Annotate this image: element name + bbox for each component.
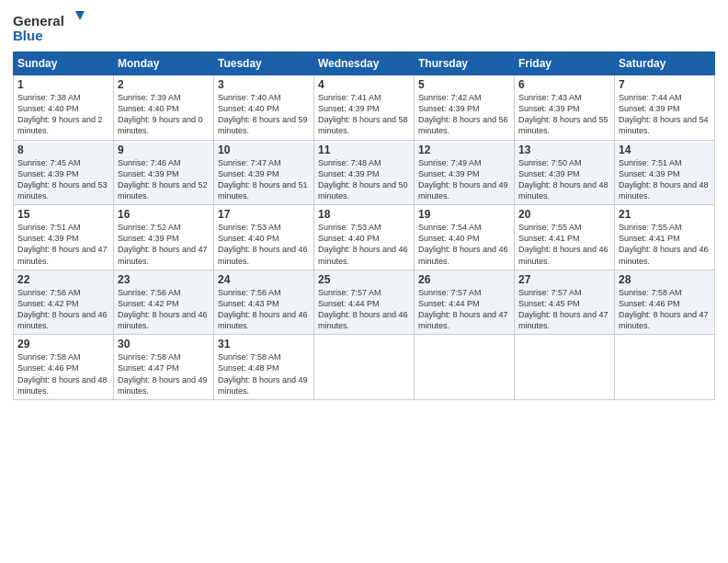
calendar-cell: 25Sunrise: 7:57 AMSunset: 4:44 PMDayligh… — [314, 270, 415, 335]
svg-text:Blue: Blue — [13, 28, 43, 43]
calendar-cell: 24Sunrise: 7:56 AMSunset: 4:43 PMDayligh… — [214, 270, 314, 335]
day-info: Sunrise: 7:58 AMSunset: 4:46 PMDaylight:… — [17, 351, 109, 396]
day-number: 16 — [118, 208, 210, 221]
day-info: Sunrise: 7:58 AMSunset: 4:46 PMDaylight:… — [619, 287, 711, 332]
day-info: Sunrise: 7:53 AMSunset: 4:40 PMDaylight:… — [318, 222, 410, 267]
logo: General Blue — [13, 9, 86, 46]
day-info: Sunrise: 7:49 AMSunset: 4:39 PMDaylight:… — [418, 157, 510, 202]
day-info: Sunrise: 7:51 AMSunset: 4:39 PMDaylight:… — [17, 222, 109, 267]
calendar-week-3: 15Sunrise: 7:51 AMSunset: 4:39 PMDayligh… — [14, 205, 715, 270]
day-number: 5 — [418, 78, 510, 91]
calendar-cell: 27Sunrise: 7:57 AMSunset: 4:45 PMDayligh… — [515, 270, 615, 335]
calendar-cell: 1Sunrise: 7:38 AMSunset: 4:40 PMDaylight… — [14, 75, 114, 141]
day-number: 25 — [318, 273, 410, 286]
day-number: 4 — [318, 78, 410, 91]
calendar-cell: 10Sunrise: 7:47 AMSunset: 4:39 PMDayligh… — [214, 140, 314, 205]
calendar-cell: 5Sunrise: 7:42 AMSunset: 4:39 PMDaylight… — [415, 75, 515, 141]
weekday-header-saturday: Saturday — [615, 52, 715, 75]
day-info: Sunrise: 7:51 AMSunset: 4:39 PMDaylight:… — [619, 157, 711, 202]
day-number: 11 — [318, 144, 410, 156]
calendar-cell — [615, 335, 715, 400]
calendar-cell: 28Sunrise: 7:58 AMSunset: 4:46 PMDayligh… — [615, 270, 715, 335]
calendar-week-4: 22Sunrise: 7:56 AMSunset: 4:42 PMDayligh… — [14, 270, 715, 335]
header: General Blue — [13, 9, 715, 46]
day-info: Sunrise: 7:57 AMSunset: 4:45 PMDaylight:… — [518, 287, 610, 332]
calendar-cell: 7Sunrise: 7:44 AMSunset: 4:39 PMDaylight… — [615, 75, 715, 141]
day-number: 3 — [218, 78, 310, 91]
day-info: Sunrise: 7:58 AMSunset: 4:48 PMDaylight:… — [218, 351, 310, 396]
day-number: 17 — [218, 208, 310, 221]
weekday-header-sunday: Sunday — [14, 52, 114, 75]
calendar-cell: 11Sunrise: 7:48 AMSunset: 4:39 PMDayligh… — [314, 140, 415, 205]
calendar-cell: 20Sunrise: 7:55 AMSunset: 4:41 PMDayligh… — [515, 205, 615, 270]
calendar-header: SundayMondayTuesdayWednesdayThursdayFrid… — [14, 52, 715, 75]
calendar-cell: 4Sunrise: 7:41 AMSunset: 4:39 PMDaylight… — [314, 75, 415, 141]
day-info: Sunrise: 7:52 AMSunset: 4:39 PMDaylight:… — [118, 222, 210, 267]
day-info: Sunrise: 7:56 AMSunset: 4:42 PMDaylight:… — [17, 287, 109, 332]
calendar-cell: 30Sunrise: 7:58 AMSunset: 4:47 PMDayligh… — [114, 335, 214, 400]
weekday-header-monday: Monday — [114, 52, 214, 75]
day-info: Sunrise: 7:43 AMSunset: 4:39 PMDaylight:… — [518, 92, 610, 137]
header-row: SundayMondayTuesdayWednesdayThursdayFrid… — [14, 52, 715, 75]
day-number: 30 — [118, 338, 210, 350]
calendar-cell: 26Sunrise: 7:57 AMSunset: 4:44 PMDayligh… — [415, 270, 515, 335]
day-number: 21 — [619, 208, 711, 221]
day-number: 15 — [17, 208, 109, 221]
calendar-body: 1Sunrise: 7:38 AMSunset: 4:40 PMDaylight… — [14, 75, 715, 400]
day-info: Sunrise: 7:57 AMSunset: 4:44 PMDaylight:… — [318, 287, 410, 332]
day-info: Sunrise: 7:39 AMSunset: 4:40 PMDaylight:… — [118, 92, 210, 137]
day-info: Sunrise: 7:55 AMSunset: 4:41 PMDaylight:… — [518, 222, 610, 267]
calendar-cell: 21Sunrise: 7:55 AMSunset: 4:41 PMDayligh… — [615, 205, 715, 270]
calendar-cell: 16Sunrise: 7:52 AMSunset: 4:39 PMDayligh… — [114, 205, 214, 270]
day-info: Sunrise: 7:47 AMSunset: 4:39 PMDaylight:… — [218, 157, 310, 202]
calendar-cell: 3Sunrise: 7:40 AMSunset: 4:40 PMDaylight… — [214, 75, 314, 141]
calendar-cell: 22Sunrise: 7:56 AMSunset: 4:42 PMDayligh… — [14, 270, 114, 335]
day-info: Sunrise: 7:55 AMSunset: 4:41 PMDaylight:… — [619, 222, 711, 267]
day-info: Sunrise: 7:56 AMSunset: 4:43 PMDaylight:… — [218, 287, 310, 332]
calendar-cell — [415, 335, 515, 400]
day-info: Sunrise: 7:44 AMSunset: 4:39 PMDaylight:… — [619, 92, 711, 137]
day-number: 29 — [17, 338, 109, 350]
day-info: Sunrise: 7:53 AMSunset: 4:40 PMDaylight:… — [218, 222, 310, 267]
day-info: Sunrise: 7:57 AMSunset: 4:44 PMDaylight:… — [418, 287, 510, 332]
day-info: Sunrise: 7:45 AMSunset: 4:39 PMDaylight:… — [17, 157, 109, 202]
day-number: 7 — [619, 78, 711, 91]
day-number: 20 — [518, 208, 610, 221]
calendar-cell: 2Sunrise: 7:39 AMSunset: 4:40 PMDaylight… — [114, 75, 214, 141]
day-number: 19 — [418, 208, 510, 221]
day-number: 12 — [418, 144, 510, 156]
calendar-cell: 31Sunrise: 7:58 AMSunset: 4:48 PMDayligh… — [214, 335, 314, 400]
day-info: Sunrise: 7:42 AMSunset: 4:39 PMDaylight:… — [418, 92, 510, 137]
calendar-cell: 8Sunrise: 7:45 AMSunset: 4:39 PMDaylight… — [14, 140, 114, 205]
day-number: 6 — [518, 78, 610, 91]
day-info: Sunrise: 7:50 AMSunset: 4:39 PMDaylight:… — [518, 157, 610, 202]
calendar-cell: 14Sunrise: 7:51 AMSunset: 4:39 PMDayligh… — [615, 140, 715, 205]
logo-svg: General Blue — [13, 9, 86, 46]
day-info: Sunrise: 7:58 AMSunset: 4:47 PMDaylight:… — [118, 351, 210, 396]
calendar-cell — [515, 335, 615, 400]
day-info: Sunrise: 7:56 AMSunset: 4:42 PMDaylight:… — [118, 287, 210, 332]
day-info: Sunrise: 7:48 AMSunset: 4:39 PMDaylight:… — [318, 157, 410, 202]
day-number: 14 — [619, 144, 711, 156]
day-number: 31 — [218, 338, 310, 350]
day-number: 18 — [318, 208, 410, 221]
calendar-cell: 9Sunrise: 7:46 AMSunset: 4:39 PMDaylight… — [114, 140, 214, 205]
day-number: 10 — [218, 144, 310, 156]
weekday-header-thursday: Thursday — [415, 52, 515, 75]
day-number: 27 — [518, 273, 610, 286]
calendar-cell: 6Sunrise: 7:43 AMSunset: 4:39 PMDaylight… — [515, 75, 615, 141]
calendar-cell: 15Sunrise: 7:51 AMSunset: 4:39 PMDayligh… — [14, 205, 114, 270]
calendar-table: SundayMondayTuesdayWednesdayThursdayFrid… — [13, 52, 715, 400]
day-number: 8 — [17, 144, 109, 156]
day-info: Sunrise: 7:41 AMSunset: 4:39 PMDaylight:… — [318, 92, 410, 137]
day-number: 9 — [118, 144, 210, 156]
day-info: Sunrise: 7:46 AMSunset: 4:39 PMDaylight:… — [118, 157, 210, 202]
calendar-week-5: 29Sunrise: 7:58 AMSunset: 4:46 PMDayligh… — [14, 335, 715, 400]
calendar-cell: 12Sunrise: 7:49 AMSunset: 4:39 PMDayligh… — [415, 140, 515, 205]
weekday-header-tuesday: Tuesday — [214, 52, 314, 75]
calendar-cell: 19Sunrise: 7:54 AMSunset: 4:40 PMDayligh… — [415, 205, 515, 270]
weekday-header-friday: Friday — [515, 52, 615, 75]
page: General Blue SundayMondayTuesdayWednesda… — [0, 0, 728, 563]
svg-marker-1 — [75, 11, 85, 20]
day-number: 28 — [619, 273, 711, 286]
